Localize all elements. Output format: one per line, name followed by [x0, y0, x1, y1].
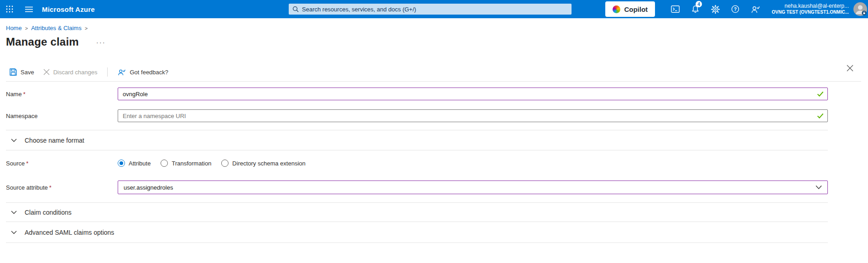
radio-selected-icon [118, 160, 125, 167]
claim-form: Name* Namespace [6, 88, 828, 243]
radio-attribute[interactable]: Attribute [118, 160, 151, 167]
breadcrumb-separator: > [85, 26, 88, 31]
avatar[interactable] [853, 2, 867, 16]
discard-icon [43, 69, 50, 75]
required-asterisk: * [49, 184, 52, 191]
copilot-icon [613, 5, 620, 13]
discard-changes-button[interactable]: Discard changes [40, 67, 101, 77]
notification-badge: 4 [696, 1, 702, 7]
required-asterisk: * [23, 91, 26, 98]
app-launcher-icon[interactable] [0, 0, 19, 18]
close-icon[interactable] [847, 65, 853, 73]
account-info[interactable]: neha.kaushal@al-enterp... OVNG TEST (OVN… [772, 3, 849, 15]
source-attribute-field-row: Source attribute* user.assignedroles [6, 180, 828, 194]
save-button[interactable]: Save [6, 67, 38, 77]
chevron-down-icon [11, 211, 17, 214]
section-choose-name-format[interactable]: Choose name format [6, 130, 828, 150]
cloud-shell-icon[interactable] [665, 0, 685, 18]
radio-icon [221, 160, 229, 167]
feedback-label: Got feedback? [130, 69, 168, 76]
radio-directory-schema-extension[interactable]: Directory schema extension [221, 160, 305, 167]
svg-text:?: ? [734, 7, 737, 12]
save-icon [10, 68, 17, 76]
search-icon [292, 6, 299, 12]
discard-label: Discard changes [53, 69, 98, 76]
required-asterisk: * [26, 160, 28, 167]
radio-icon [161, 160, 168, 167]
source-label: Source* [6, 160, 118, 167]
toolbar-separator [107, 67, 108, 77]
valid-check-icon [817, 91, 824, 97]
top-bar: Microsoft Azure Copilot 4 [0, 0, 868, 18]
section-claim-conditions[interactable]: Claim conditions [6, 203, 828, 222]
source-radio-group: Attribute Transformation Directory schem… [118, 160, 828, 167]
settings-icon[interactable] [705, 0, 725, 18]
copilot-button[interactable]: Copilot [605, 1, 655, 17]
breadcrumb-home[interactable]: Home [6, 25, 22, 31]
topbar-actions: Copilot 4 [605, 0, 868, 18]
dropdown-value: user.assignedroles [124, 184, 173, 191]
section-advanced-saml-claims-options[interactable]: Advanced SAML claims options [6, 222, 828, 243]
source-attribute-label: Source attribute* [6, 184, 118, 191]
save-label: Save [21, 69, 34, 76]
search-input[interactable] [302, 6, 568, 13]
chevron-down-icon [11, 231, 17, 234]
breadcrumb: Home > Attributes & Claims > [6, 25, 868, 31]
valid-check-icon [817, 113, 824, 119]
namespace-field-row: Namespace [6, 109, 828, 122]
radio-transformation[interactable]: Transformation [161, 160, 211, 167]
help-icon[interactable]: ? [725, 0, 745, 18]
namespace-label: Namespace [6, 113, 118, 119]
name-field-row: Name* [6, 88, 828, 100]
namespace-input[interactable] [118, 109, 828, 122]
account-email: neha.kaushal@al-enterp... [772, 3, 849, 10]
more-options-button[interactable]: ··· [96, 38, 106, 46]
section-label: Claim conditions [25, 209, 72, 216]
menu-icon[interactable] [19, 0, 38, 18]
account-tenant: OVNG TEST (OVNGTEST1.ONMIC... [772, 10, 849, 15]
copilot-label: Copilot [624, 5, 648, 13]
global-search[interactable] [289, 4, 572, 15]
page-title: Manage claim [6, 36, 79, 48]
notifications-icon[interactable]: 4 [685, 0, 705, 18]
chevron-down-icon [11, 139, 17, 142]
breadcrumb-attributes-claims[interactable]: Attributes & Claims [31, 25, 82, 31]
title-row: Manage claim ··· [6, 36, 868, 48]
breadcrumb-separator: > [25, 26, 28, 31]
section-label: Choose name format [25, 137, 84, 144]
feedback-person-icon [118, 69, 126, 76]
name-input[interactable] [118, 88, 828, 100]
source-attribute-dropdown[interactable]: user.assignedroles [118, 180, 828, 194]
feedback-icon[interactable] [745, 0, 765, 18]
source-field-row: Source* Attribute Transformation Directo… [6, 156, 828, 170]
name-label: Name* [6, 91, 118, 98]
chevron-down-icon [816, 186, 822, 190]
command-bar: Save Discard changes Got feedback? [6, 67, 861, 82]
section-label: Advanced SAML claims options [25, 229, 114, 236]
main-content: Home > Attributes & Claims > Manage clai… [0, 25, 868, 243]
azure-brand[interactable]: Microsoft Azure [42, 5, 95, 13]
feedback-button[interactable]: Got feedback? [114, 67, 172, 77]
